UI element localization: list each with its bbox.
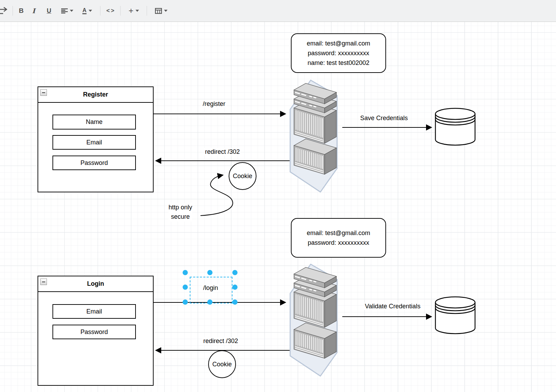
edge-httponly-annotation[interactable] xyxy=(201,175,233,216)
table-button[interactable] xyxy=(152,0,171,22)
register-title: Register xyxy=(83,91,108,98)
html-code-button[interactable]: <> xyxy=(104,0,117,22)
credentials-note-bottom[interactable]: email: test@gmail.com password: xxxxxxxx… xyxy=(291,218,386,258)
align-button[interactable] xyxy=(57,0,77,22)
diagram-canvas[interactable]: Register Name Email Password Login Email… xyxy=(0,0,556,392)
selection-handle-sw[interactable] xyxy=(183,300,188,305)
label-redirect-top[interactable]: redirect /302 xyxy=(204,148,241,156)
toolbar-separator xyxy=(147,6,147,16)
insert-button[interactable]: + xyxy=(124,0,143,22)
database-icon-top[interactable] xyxy=(434,108,476,146)
underline-button[interactable]: U xyxy=(43,0,55,22)
cookie-circle-top[interactable]: Cookie xyxy=(229,162,256,190)
chevron-down-icon xyxy=(70,10,73,12)
connection-arrow-icon[interactable] xyxy=(0,0,11,22)
label-save-credentials[interactable]: Save Credentials xyxy=(359,115,409,122)
httponly-annotation[interactable]: http only secure xyxy=(169,203,192,222)
register-title-bar: Register xyxy=(38,87,153,103)
font-color-button[interactable]: A xyxy=(78,0,97,22)
chevron-down-icon xyxy=(164,10,167,12)
label-register-edge[interactable]: /register xyxy=(202,100,226,108)
italic-button[interactable]: I xyxy=(28,0,39,22)
register-field-password[interactable]: Password xyxy=(52,156,136,170)
register-container[interactable]: Register Name Email Password xyxy=(38,86,154,192)
toolbar-separator xyxy=(13,6,13,16)
label-validate-credentials[interactable]: Validate Credentials xyxy=(364,303,422,310)
format-toolbar: B I U A <> + xyxy=(0,0,556,22)
login-title-bar: Login xyxy=(38,276,153,292)
login-field-email[interactable]: Email xyxy=(52,304,136,319)
collapse-minus-icon[interactable] xyxy=(40,89,47,96)
label-login-edge[interactable]: /login xyxy=(202,284,219,292)
chevron-down-icon xyxy=(136,10,139,12)
credentials-note-top[interactable]: email: test@gmail.com password: xxxxxxxx… xyxy=(291,33,386,73)
server-icon-top[interactable] xyxy=(284,77,340,193)
login-field-password[interactable]: Password xyxy=(52,325,136,339)
selection-handle-nw[interactable] xyxy=(183,270,188,275)
chevron-down-icon xyxy=(89,10,92,12)
selection-handle-se[interactable] xyxy=(232,300,238,305)
align-left-icon xyxy=(61,8,68,14)
bold-button[interactable]: B xyxy=(16,0,27,22)
login-container[interactable]: Login Email Password xyxy=(38,276,154,386)
login-title: Login xyxy=(87,280,104,287)
cookie-circle-bottom[interactable]: Cookie xyxy=(208,350,236,378)
label-redirect-bottom[interactable]: redirect /302 xyxy=(202,337,239,345)
selection-handle-n[interactable] xyxy=(207,270,213,275)
selection-handle-w[interactable] xyxy=(183,285,188,290)
table-icon xyxy=(155,8,162,14)
selection-handle-s[interactable] xyxy=(207,300,213,305)
toolbar-separator xyxy=(100,6,100,16)
selection-handle-ne[interactable] xyxy=(232,270,238,275)
font-color-icon: A xyxy=(82,7,87,14)
collapse-minus-icon[interactable] xyxy=(40,278,47,285)
plus-icon: + xyxy=(129,6,133,16)
selection-handle-e[interactable] xyxy=(232,285,238,290)
register-field-name[interactable]: Name xyxy=(52,115,136,130)
database-icon-bottom[interactable] xyxy=(434,296,476,334)
server-icon-bottom[interactable] xyxy=(284,261,340,377)
register-field-email[interactable]: Email xyxy=(52,135,136,150)
toolbar-separator xyxy=(120,6,121,16)
